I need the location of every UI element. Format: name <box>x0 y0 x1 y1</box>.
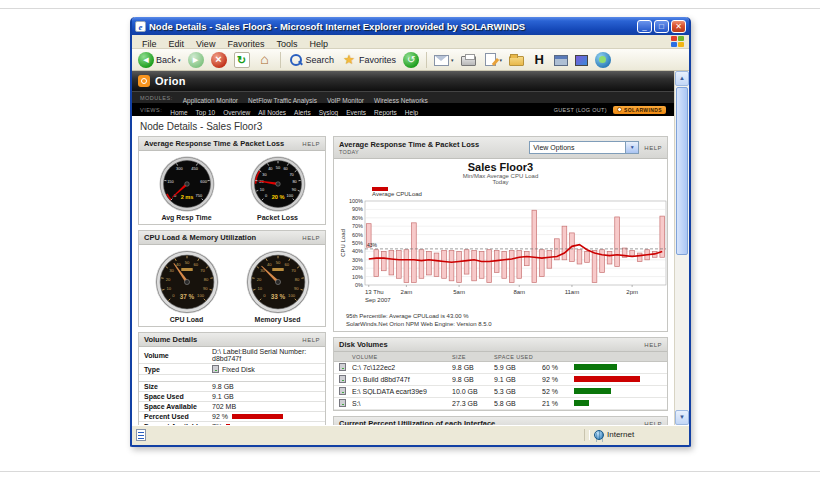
views-links: HomeTop 10OverviewAll NodesAlertsSyslogE… <box>170 101 426 119</box>
menu-file[interactable]: File <box>136 39 163 49</box>
chart-svg: 0%10%20%30%40%50%60%70%80%90%100%CPU Loa… <box>338 197 670 309</box>
forward-icon <box>188 52 204 68</box>
view-link-alerts[interactable]: Alerts <box>294 109 311 116</box>
detail-text: 702 MB <box>212 403 236 410</box>
refresh-button[interactable] <box>232 51 252 69</box>
menu-help[interactable]: Help <box>303 39 334 49</box>
panel-header: Disk Volumes HELP <box>334 338 667 352</box>
help-link[interactable]: HELP <box>302 337 320 343</box>
panel-header: Average Response Time & Packet Loss HELP <box>139 137 325 151</box>
search-button[interactable]: Search <box>286 51 337 69</box>
home-button[interactable] <box>255 51 275 69</box>
view-link-events[interactable]: Events <box>346 109 366 116</box>
usage-bar <box>574 400 589 406</box>
chevron-down-icon[interactable]: ▾ <box>500 57 503 63</box>
browser-window: e Node Details - Sales Floor3 - Microsof… <box>130 17 691 447</box>
view-link-overview[interactable]: Overview <box>223 109 250 116</box>
folder-icon <box>509 56 524 66</box>
detail-value: D:\ Label:Build Serial Number: d8bd747f <box>212 348 320 362</box>
media-app-icon <box>575 55 588 66</box>
svg-text:60: 60 <box>284 262 289 267</box>
scroll-down-button[interactable]: ▼ <box>675 410 689 425</box>
panel-title: Average Response Time & Packet Loss <box>144 139 284 148</box>
help-link[interactable]: HELP <box>302 141 320 147</box>
usage-bar <box>574 364 617 370</box>
chevron-down-icon[interactable]: ▾ <box>178 57 181 63</box>
print-button[interactable] <box>459 52 478 67</box>
svg-text:150: 150 <box>167 179 174 184</box>
view-link-reports[interactable]: Reports <box>374 109 397 116</box>
close-button[interactable]: ✕ <box>671 20 686 33</box>
modules-label: MODULES: <box>140 95 173 101</box>
detail-value: 9.8 GB <box>212 383 234 390</box>
refresh-icon <box>234 52 250 68</box>
chart-legend: Average CPULoad <box>372 187 663 197</box>
volume-detail-row: Percent Available7% <box>139 422 325 425</box>
detail-value: 7% <box>212 423 222 425</box>
favorites-button[interactable]: Favorites <box>339 51 398 69</box>
view-link-home[interactable]: Home <box>170 109 187 116</box>
menu-items: FileEditViewFavoritesToolsHelp <box>136 33 334 51</box>
windows-logo-icon <box>671 36 685 47</box>
svg-text:70%: 70% <box>352 223 363 229</box>
volume-size: 10.0 GB <box>452 388 494 395</box>
volume-percent: 92 % <box>542 376 574 383</box>
help-link[interactable]: HELP <box>302 235 320 241</box>
disk-volume-row: D:\ Build d8bd747f9.8 GB9.1 GB92 % <box>334 374 667 386</box>
detail-label: Type <box>144 366 212 373</box>
stop-button[interactable] <box>209 51 229 69</box>
window-controls: _ □ ✕ <box>637 20 686 33</box>
account-logout-link[interactable]: GUEST (LOG OUT) <box>554 107 607 113</box>
menu-view[interactable]: View <box>190 39 221 49</box>
h-app-button[interactable] <box>529 51 549 69</box>
minimize-button[interactable]: _ <box>637 20 652 33</box>
view-options-select[interactable]: View Options ▼ <box>529 141 639 154</box>
avg-resp-time-value: 2 ms <box>180 194 193 200</box>
panel-title: Volume Details <box>144 335 197 344</box>
vertical-scrollbar[interactable]: ▲ ▼ <box>674 71 689 425</box>
status-bar: Internet <box>132 425 689 443</box>
toolbar-separator <box>280 52 281 68</box>
help-link[interactable]: HELP <box>644 342 662 348</box>
edit-button[interactable]: ▾ <box>481 51 505 68</box>
scrollbar-thumb[interactable] <box>676 87 688 255</box>
col-size: SIZE <box>452 354 494 360</box>
chevron-down-icon[interactable]: ▾ <box>451 57 454 63</box>
view-link-all-nodes[interactable]: All Nodes <box>258 109 286 116</box>
menu-favorites[interactable]: Favorites <box>221 39 270 49</box>
chart-panel-controls: View Options ▼ HELP <box>529 141 662 154</box>
forward-button[interactable] <box>186 51 206 69</box>
svg-text:43%: 43% <box>367 242 378 248</box>
view-link-help[interactable]: Help <box>405 109 418 116</box>
view-link-top-10[interactable]: Top 10 <box>196 109 216 116</box>
cpu-load-gauge: 010203040506070809010037 %CPU Load <box>155 250 219 323</box>
page-title: Node Details - Sales Floor3 <box>132 116 674 135</box>
window-app-button[interactable] <box>552 52 570 67</box>
detail-text: D:\ Label:Build Serial Number: d8bd747f <box>212 348 320 362</box>
maximize-button[interactable]: □ <box>654 20 669 33</box>
volume-detail-row: TypeFixed Disk <box>139 364 325 375</box>
packet-loss-gauge: 010203040506070809010020 %Packet Loss <box>250 156 306 221</box>
folder-button[interactable] <box>507 52 526 67</box>
svg-text:20: 20 <box>165 277 170 282</box>
scroll-up-button[interactable]: ▲ <box>675 71 689 86</box>
solarwinds-badge[interactable]: SOLARWINDS <box>613 106 666 114</box>
svg-text:10: 10 <box>257 286 262 291</box>
svg-text:80: 80 <box>294 277 299 282</box>
media-app-button[interactable] <box>573 52 590 67</box>
help-link[interactable]: HELP <box>644 145 662 151</box>
chart-period: Today <box>338 179 663 185</box>
back-label: Back <box>156 55 176 65</box>
mail-button[interactable]: ▾ <box>432 52 456 67</box>
messenger-button[interactable] <box>593 51 613 69</box>
view-link-syslog[interactable]: Syslog <box>319 109 339 116</box>
help-link[interactable]: HELP <box>644 421 662 426</box>
menu-tools[interactable]: Tools <box>270 39 303 49</box>
panel-title: CPU Load & Memory Utilization <box>144 233 256 242</box>
volume-percent: 60 % <box>542 364 574 371</box>
toolbar-separator <box>426 52 427 68</box>
history-button[interactable] <box>401 51 421 69</box>
menu-edit[interactable]: Edit <box>163 39 191 49</box>
back-button[interactable]: Back▾ <box>136 51 183 69</box>
disk-icon <box>212 365 219 373</box>
